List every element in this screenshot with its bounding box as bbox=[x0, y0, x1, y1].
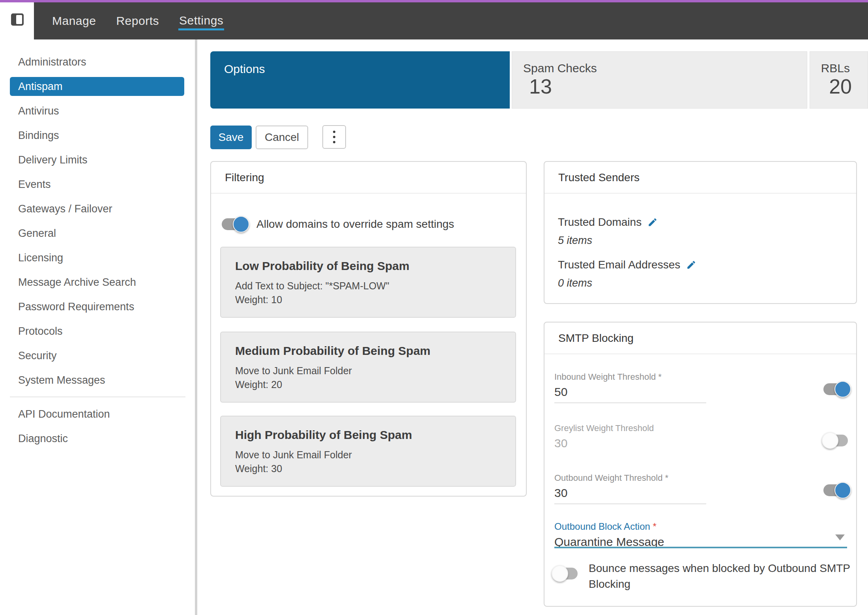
high-probability-box[interactable]: High Probability of Being Spam Move to J… bbox=[220, 416, 516, 487]
filtering-card: Filtering Allow domains to override spam… bbox=[210, 161, 527, 497]
sidebar-item-system-messages[interactable]: System Messages bbox=[10, 368, 184, 392]
trusted-emails-group: Trusted Email Addresses 0 items bbox=[558, 259, 696, 289]
sidebar-item-gateways-failover[interactable]: Gateways / Failover bbox=[10, 197, 184, 221]
outbound-weight-label: Outbound Weight Threshold * bbox=[554, 473, 848, 483]
sidebar-item-general[interactable]: General bbox=[10, 221, 184, 246]
input-underline bbox=[554, 504, 706, 504]
trusted-domains-group: Trusted Domains 5 items bbox=[558, 216, 658, 247]
medium-probability-line2: Weight: 20 bbox=[235, 378, 501, 392]
toggle-knob bbox=[834, 381, 851, 398]
sidebar-content-divider bbox=[195, 39, 197, 615]
kebab-icon bbox=[333, 136, 335, 138]
sidebar-toggle-icon-inner bbox=[16, 15, 22, 24]
high-probability-line2: Weight: 30 bbox=[235, 462, 501, 476]
tab-spam-checks[interactable]: Spam Checks 13 bbox=[512, 51, 807, 109]
tab-spam-checks-label: Spam Checks bbox=[523, 62, 597, 75]
outbound-weight-field: Outbound Weight Threshold * 30 bbox=[554, 473, 848, 500]
top-navbar: Manage Reports Settings bbox=[34, 2, 868, 39]
inbound-weight-toggle[interactable] bbox=[823, 383, 848, 395]
low-probability-box[interactable]: Low Probability of Being Spam Add Text t… bbox=[220, 247, 516, 318]
sidebar-item-antivirus[interactable]: Antivirus bbox=[10, 99, 184, 123]
smtp-blocking-title: SMTP Blocking bbox=[544, 322, 856, 354]
tab-rbls[interactable]: RBLs 20 bbox=[810, 51, 868, 109]
tab-rbls-label: RBLs bbox=[821, 62, 850, 75]
required-asterisk: * bbox=[653, 521, 657, 532]
trusted-senders-title: Trusted Senders bbox=[544, 162, 856, 193]
trusted-domains-label: Trusted Domains bbox=[558, 216, 642, 229]
greylist-weight-toggle[interactable] bbox=[823, 435, 848, 446]
outbound-block-action-label: Outbound Block Action bbox=[554, 521, 650, 532]
trusted-senders-card: Trusted Senders Trusted Domains 5 items … bbox=[544, 161, 857, 304]
toggle-knob bbox=[822, 432, 838, 449]
tab-options[interactable]: Options bbox=[210, 51, 510, 109]
toggle-knob bbox=[834, 482, 851, 499]
sidebar-item-message-archive-search[interactable]: Message Archive Search bbox=[10, 270, 184, 294]
tab-rbls-count: 20 bbox=[829, 75, 852, 98]
sidebar-item-protocols[interactable]: Protocols bbox=[10, 319, 184, 343]
outbound-block-action-field: Outbound Block Action * Quarantine Messa… bbox=[554, 521, 848, 549]
save-button[interactable]: Save bbox=[210, 126, 252, 149]
sidebar-item-password-requirements[interactable]: Password Requirements bbox=[10, 294, 184, 319]
bounce-toggle-row: Bounce messages when blocked by Outbound… bbox=[553, 561, 857, 592]
greylist-weight-field: Greylist Weight Threshold 30 bbox=[554, 423, 848, 450]
edit-icon[interactable] bbox=[686, 260, 696, 270]
edit-icon[interactable] bbox=[647, 217, 658, 227]
override-toggle-label: Allow domains to override spam settings bbox=[256, 218, 454, 231]
medium-probability-line1: Move to Junk Email Folder bbox=[235, 364, 501, 378]
more-actions-button[interactable] bbox=[322, 125, 346, 149]
toggle-knob bbox=[233, 216, 249, 232]
sidebar-item-diagnostic[interactable]: Diagnostic bbox=[10, 426, 184, 451]
override-toggle[interactable] bbox=[222, 218, 246, 230]
select-underline bbox=[554, 547, 847, 548]
medium-probability-box[interactable]: Medium Probability of Being Spam Move to… bbox=[220, 332, 516, 403]
low-probability-line2: Weight: 10 bbox=[235, 293, 501, 307]
dropdown-arrow-icon[interactable] bbox=[835, 534, 845, 540]
bounce-toggle[interactable] bbox=[553, 568, 578, 579]
sidebar-item-events[interactable]: Events bbox=[10, 172, 184, 197]
sidebar-item-delivery-limits[interactable]: Delivery Limits bbox=[10, 148, 184, 172]
bounce-toggle-label: Bounce messages when blocked by Outbound… bbox=[589, 561, 857, 592]
nav-item-reports[interactable]: Reports bbox=[115, 12, 160, 30]
app-window: Manage Reports Settings Administrators A… bbox=[0, 0, 868, 615]
medium-probability-title: Medium Probability of Being Spam bbox=[235, 344, 501, 358]
outbound-weight-input[interactable]: 30 bbox=[554, 486, 848, 500]
trusted-emails-label: Trusted Email Addresses bbox=[558, 259, 680, 271]
inbound-weight-field: Inbound Weight Threshold * 50 bbox=[554, 372, 848, 399]
filtering-card-title: Filtering bbox=[211, 162, 526, 193]
low-probability-line1: Add Text to Subject: "*SPAM-LOW" bbox=[235, 279, 501, 293]
sidebar-item-security[interactable]: Security bbox=[10, 343, 184, 368]
sidebar-item-licensing[interactable]: Licensing bbox=[10, 246, 184, 270]
input-underline bbox=[554, 403, 706, 403]
sidebar-item-api-documentation[interactable]: API Documentation bbox=[10, 402, 184, 426]
high-probability-line1: Move to Junk Email Folder bbox=[235, 448, 501, 462]
kebab-icon bbox=[333, 131, 335, 133]
tab-options-label: Options bbox=[224, 62, 265, 76]
greylist-weight-input: 30 bbox=[554, 437, 848, 450]
toggle-knob bbox=[552, 565, 568, 582]
smtp-blocking-card: SMTP Blocking Inbound Weight Threshold *… bbox=[544, 322, 857, 607]
sidebar-item-bindings[interactable]: Bindings bbox=[10, 123, 184, 148]
greylist-weight-label: Greylist Weight Threshold bbox=[554, 423, 848, 433]
high-probability-title: High Probability of Being Spam bbox=[235, 428, 501, 442]
outbound-weight-toggle[interactable] bbox=[823, 484, 848, 496]
inbound-weight-input[interactable]: 50 bbox=[554, 385, 848, 399]
settings-sidebar: Administrators Antispam Antivirus Bindin… bbox=[0, 39, 195, 615]
trusted-domains-count: 5 items bbox=[558, 234, 658, 247]
nav-item-settings[interactable]: Settings bbox=[178, 11, 224, 30]
sidebar-toggle-icon[interactable] bbox=[11, 13, 24, 26]
sidebar-item-antispam[interactable]: Antispam bbox=[10, 77, 184, 96]
override-toggle-row: Allow domains to override spam settings bbox=[222, 218, 454, 231]
tab-spam-checks-count: 13 bbox=[529, 75, 552, 98]
cancel-button[interactable]: Cancel bbox=[256, 126, 308, 149]
inbound-weight-label: Inbound Weight Threshold * bbox=[554, 372, 848, 382]
sidebar-divider bbox=[10, 397, 185, 397]
sidebar-item-administrators[interactable]: Administrators bbox=[10, 50, 184, 74]
kebab-icon bbox=[333, 141, 335, 143]
low-probability-title: Low Probability of Being Spam bbox=[235, 259, 501, 273]
trusted-emails-count: 0 items bbox=[558, 277, 696, 289]
nav-item-manage[interactable]: Manage bbox=[51, 12, 97, 30]
